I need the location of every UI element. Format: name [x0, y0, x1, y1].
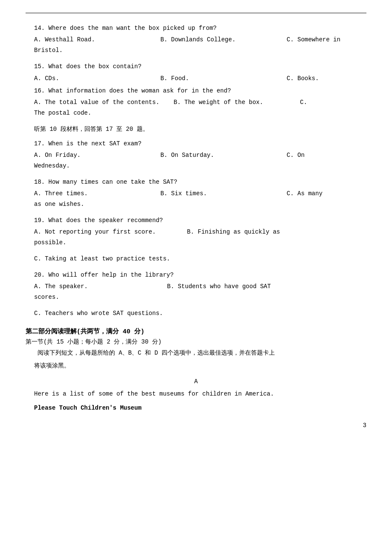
question-20: 20. Who will offer help in the library? … [26, 270, 366, 319]
page-number: 3 [26, 422, 366, 429]
q19-option-b: B. Finishing as quickly as [187, 228, 366, 235]
section2-instruction2: 将该项涂黑。 [26, 361, 366, 371]
q14-option-c: C. Somewhere in [287, 36, 366, 43]
q17-option-b: B. On Saturday. [160, 152, 286, 159]
q15-options: A. CDs. B. Food. C. Books. [26, 75, 366, 82]
q18-option-c: C. As many [287, 190, 366, 197]
q16-option-b: B. The weight of the box. [174, 99, 300, 106]
q19-text: 19. What does the speaker recommend? [26, 216, 366, 225]
q18-wrap: as one wishes. [26, 199, 366, 210]
section2-sub: 第一节(共 15 小题；每小题 2 分，满分 30 分) [26, 338, 366, 346]
section2-instruction: 阅读下列短文，从每题所给的 A、B、C 和 D 四个选项中，选出最佳选项，并在答… [26, 348, 366, 358]
question-18: 18. How many times can one take the SAT?… [26, 177, 366, 210]
q19-option-a: A. Not reporting your first score. [34, 228, 187, 235]
q17-options: A. On Friday. B. On Saturday. C. On [26, 152, 366, 159]
top-divider [26, 13, 366, 13]
q14-options: A. Westhall Road. B. Downlands College. … [26, 36, 366, 43]
reading-label-a: A [26, 378, 366, 385]
q17-text: 17. When is the next SAT exam? [26, 139, 366, 148]
q20-text: 20. Who will offer help in the library? [26, 270, 366, 280]
q19-options-row: A. Not reporting your first score. B. Fi… [26, 228, 366, 235]
q16-wrap: The postal code. [26, 108, 366, 119]
question-15: 15. What does the box contain? A. CDs. B… [26, 62, 366, 81]
q15-text: 15. What does the box contain? [26, 62, 366, 71]
q20-option-c: C. Teachers who wrote SAT questions. [26, 309, 366, 319]
question-17: 17. When is the next SAT exam? A. On Fri… [26, 139, 366, 171]
section2-header: 第二部分阅读理解(共两节，满分 40 分) [26, 327, 366, 335]
q18-option-a: A. Three times. [34, 190, 160, 197]
q14-text: 14. Where does the man want the box pick… [26, 23, 366, 33]
q18-options: A. Three times. B. Six times. C. As many [26, 190, 366, 197]
q18-option-b: B. Six times. [160, 190, 286, 197]
q20-options-row: A. The speaker. B. Students who have goo… [26, 283, 366, 290]
question-16: 16. What information does the woman ask … [26, 86, 366, 119]
q17-option-c: C. On [287, 152, 366, 159]
q15-option-a: A. CDs. [34, 75, 160, 82]
reading-intro: Here is a list of some of the best museu… [26, 389, 366, 399]
q17-option-a: A. On Friday. [34, 152, 160, 159]
q17-wrap: Wednesday. [26, 161, 366, 171]
question-14: 14. Where does the man want the box pick… [26, 23, 366, 56]
question-19: 19. What does the speaker recommend? A. … [26, 216, 366, 264]
q16-text: 16. What information does the woman ask … [26, 86, 366, 95]
q20-option-a: A. The speaker. [34, 283, 167, 290]
q14-wrap: Bristol. [26, 46, 366, 56]
listen-section-10: 听第 10 段材料，回答第 17 至 20 题。 [26, 124, 366, 135]
q15-option-c: C. Books. [287, 75, 366, 82]
q16-option-c: C. [300, 99, 333, 106]
q14-option-a: A. Westhall Road. [34, 36, 160, 43]
q16-options: A. The total value of the contents. B. T… [26, 99, 366, 106]
q16-option-a: A. The total value of the contents. [34, 99, 174, 106]
q18-text: 18. How many times can one take the SAT? [26, 177, 366, 187]
q15-option-b: B. Food. [160, 75, 286, 82]
q14-option-b: B. Downlands College. [160, 36, 286, 43]
q20-wrap: scores. [26, 292, 366, 303]
q19-wrap: possible. [26, 238, 366, 248]
q19-option-c: C. Taking at least two practice tests. [26, 254, 366, 264]
q20-option-b: B. Students who have good SAT [167, 283, 366, 290]
reading-title: Please Touch Children's Museum [26, 403, 366, 413]
